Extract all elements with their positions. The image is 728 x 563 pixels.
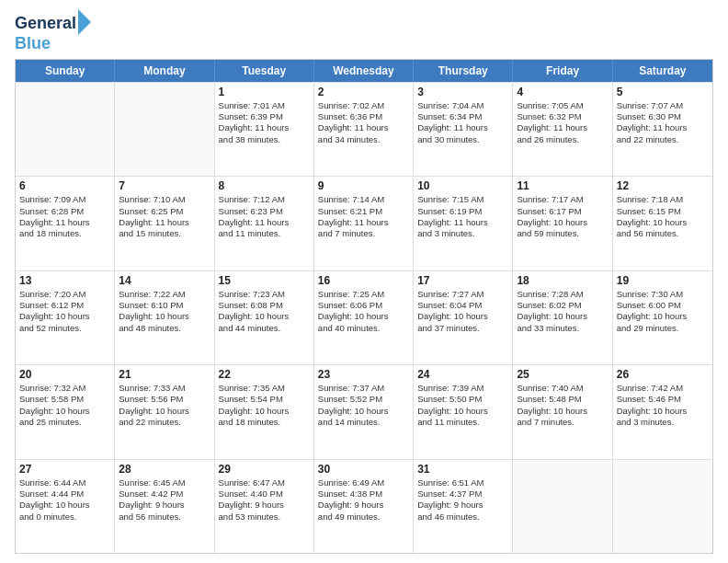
calendar-cell: 16Sunrise: 7:25 AMSunset: 6:06 PMDayligh… [314, 271, 414, 364]
calendar-cell: 20Sunrise: 7:32 AMSunset: 5:58 PMDayligh… [16, 365, 115, 458]
cell-line: Sunrise: 7:30 AM [617, 289, 709, 300]
cell-line: and 59 minutes. [517, 228, 608, 239]
cell-line: Sunrise: 7:10 AM [119, 194, 210, 205]
svg-marker-0 [78, 9, 91, 35]
cell-line: Daylight: 11 hours [318, 122, 409, 133]
weekday-header: Sunday [16, 60, 115, 82]
calendar-cell: 13Sunrise: 7:20 AMSunset: 6:12 PMDayligh… [16, 271, 115, 364]
cell-line: Sunset: 5:54 PM [219, 394, 310, 405]
cell-line: Daylight: 11 hours [219, 122, 310, 133]
cell-line: Daylight: 9 hours [417, 500, 508, 511]
weekday-header: Wednesday [314, 60, 414, 82]
calendar-cell: 15Sunrise: 7:23 AMSunset: 6:08 PMDayligh… [215, 271, 314, 364]
cell-line: Daylight: 11 hours [19, 217, 110, 228]
cell-line: Sunrise: 7:32 AM [19, 383, 110, 394]
day-number: 1 [219, 86, 310, 98]
cell-line: and 56 minutes. [119, 511, 210, 523]
calendar-cell: 14Sunrise: 7:22 AMSunset: 6:10 PMDayligh… [115, 271, 214, 364]
cell-line: Sunset: 6:19 PM [417, 206, 508, 217]
cell-line: Sunrise: 7:12 AM [219, 194, 310, 205]
cell-line: and 52 minutes. [19, 323, 110, 334]
calendar-cell: 11Sunrise: 7:17 AMSunset: 6:17 PMDayligh… [513, 177, 612, 270]
cell-line: Daylight: 10 hours [19, 406, 110, 417]
day-number: 26 [617, 368, 709, 381]
calendar-cell: 1Sunrise: 7:01 AMSunset: 6:39 PMDaylight… [215, 83, 314, 176]
cell-line: Sunset: 4:40 PM [219, 488, 310, 500]
cell-line: and 14 minutes. [318, 417, 409, 428]
calendar-cell: 25Sunrise: 7:40 AMSunset: 5:48 PMDayligh… [513, 365, 612, 458]
header: General Blue [15, 9, 713, 53]
calendar-cell: 10Sunrise: 7:15 AMSunset: 6:19 PMDayligh… [414, 177, 513, 270]
cell-line: Daylight: 10 hours [19, 311, 110, 322]
cell-line: Daylight: 11 hours [417, 217, 508, 228]
cell-line: Daylight: 11 hours [318, 217, 409, 228]
calendar-cell: 17Sunrise: 7:27 AMSunset: 6:04 PMDayligh… [414, 271, 513, 364]
cell-line: Sunrise: 7:14 AM [318, 194, 409, 205]
cell-line: and 0 minutes. [19, 511, 110, 523]
cell-line: Sunrise: 7:33 AM [119, 383, 210, 394]
cell-line: Sunset: 6:39 PM [219, 111, 310, 122]
calendar-cell [613, 460, 712, 553]
logo: General Blue [15, 13, 91, 53]
calendar-cell: 8Sunrise: 7:12 AMSunset: 6:23 PMDaylight… [215, 177, 314, 270]
day-number: 6 [19, 179, 110, 192]
cell-line: Sunrise: 7:04 AM [417, 100, 508, 111]
cell-line: Sunset: 6:21 PM [318, 206, 409, 217]
cell-line: Sunset: 6:12 PM [19, 300, 110, 311]
cell-line: Daylight: 11 hours [417, 122, 508, 133]
day-number: 12 [617, 179, 709, 192]
calendar-cell: 29Sunrise: 6:47 AMSunset: 4:40 PMDayligh… [215, 460, 314, 553]
calendar-cell: 27Sunrise: 6:44 AMSunset: 4:44 PMDayligh… [16, 460, 115, 553]
day-number: 7 [119, 179, 210, 192]
cell-line: Sunset: 6:10 PM [119, 300, 210, 311]
day-number: 20 [19, 368, 110, 381]
day-number: 19 [617, 274, 709, 287]
cell-line: Daylight: 9 hours [318, 500, 409, 511]
day-number: 16 [318, 274, 409, 287]
cell-line: and 7 minutes. [318, 228, 409, 239]
cell-line: Daylight: 10 hours [119, 406, 210, 417]
day-number: 23 [318, 368, 409, 381]
cell-line: Sunset: 5:56 PM [119, 394, 210, 405]
calendar-cell: 4Sunrise: 7:05 AMSunset: 6:32 PMDaylight… [513, 83, 612, 176]
calendar-cell: 26Sunrise: 7:42 AMSunset: 5:46 PMDayligh… [613, 365, 712, 458]
cell-line: Sunset: 5:48 PM [517, 394, 608, 405]
cell-line: Daylight: 11 hours [617, 122, 709, 133]
cell-line: Sunset: 4:42 PM [119, 488, 210, 500]
cell-line: and 11 minutes. [219, 228, 310, 239]
day-number: 5 [617, 86, 709, 98]
cell-line: Daylight: 9 hours [219, 500, 310, 511]
calendar-cell: 22Sunrise: 7:35 AMSunset: 5:54 PMDayligh… [215, 365, 314, 458]
weekday-header: Monday [115, 60, 214, 82]
cell-line: Sunset: 6:04 PM [417, 300, 508, 311]
cell-line: Sunset: 6:17 PM [517, 206, 608, 217]
calendar: SundayMondayTuesdayWednesdayThursdayFrid… [15, 59, 713, 554]
cell-line: and 7 minutes. [517, 417, 608, 428]
cell-line: Sunrise: 7:23 AM [219, 289, 310, 300]
cell-line: Daylight: 11 hours [517, 122, 608, 133]
cell-line: Daylight: 10 hours [219, 406, 310, 417]
calendar-cell: 28Sunrise: 6:45 AMSunset: 4:42 PMDayligh… [115, 460, 214, 553]
cell-line: and 11 minutes. [417, 417, 508, 428]
cell-line: Sunrise: 7:28 AM [517, 289, 608, 300]
day-number: 15 [219, 274, 310, 287]
cell-line: and 49 minutes. [318, 511, 409, 523]
cell-line: Sunset: 4:44 PM [19, 488, 110, 500]
day-number: 2 [318, 86, 409, 98]
cell-line: Daylight: 10 hours [517, 406, 608, 417]
cell-line: Sunset: 6:06 PM [318, 300, 409, 311]
day-number: 31 [417, 463, 508, 476]
calendar-row: 20Sunrise: 7:32 AMSunset: 5:58 PMDayligh… [16, 364, 712, 458]
cell-line: Sunrise: 7:42 AM [617, 383, 709, 394]
cell-line: and 38 minutes. [219, 134, 310, 145]
calendar-cell: 2Sunrise: 7:02 AMSunset: 6:36 PMDaylight… [314, 83, 414, 176]
cell-line: and 48 minutes. [119, 323, 210, 334]
cell-line: Daylight: 10 hours [617, 311, 709, 322]
cell-line: Sunrise: 7:25 AM [318, 289, 409, 300]
day-number: 10 [417, 179, 508, 192]
cell-line: Sunset: 5:46 PM [617, 394, 709, 405]
cell-line: Sunrise: 7:39 AM [417, 383, 508, 394]
cell-line: Sunset: 4:38 PM [318, 488, 409, 500]
day-number: 8 [219, 179, 310, 192]
calendar-row: 6Sunrise: 7:09 AMSunset: 6:28 PMDaylight… [16, 176, 712, 270]
